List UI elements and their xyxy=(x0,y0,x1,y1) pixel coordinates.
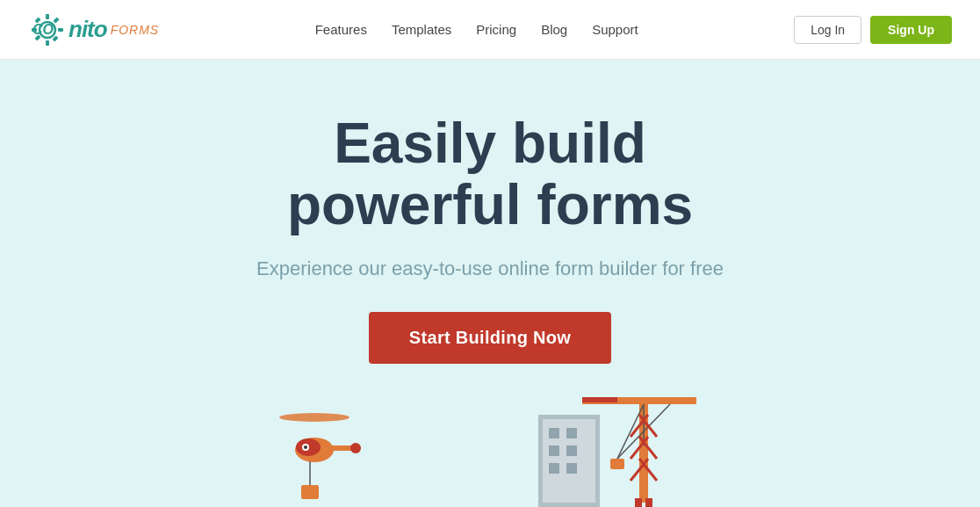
svg-rect-21 xyxy=(543,419,595,503)
hero-title: Easily build powerful forms xyxy=(287,112,693,236)
helicopter-illustration xyxy=(257,402,371,507)
cog-icon: CO xyxy=(28,11,67,49)
svg-line-40 xyxy=(631,437,648,459)
svg-line-39 xyxy=(639,437,657,459)
svg-point-15 xyxy=(350,443,361,453)
crane-illustration xyxy=(512,388,723,507)
signup-button[interactable]: Sign Up xyxy=(870,16,952,44)
svg-line-38 xyxy=(631,415,648,437)
svg-rect-29 xyxy=(582,397,696,404)
logo-brand-name: nito xyxy=(68,16,107,43)
svg-rect-1 xyxy=(46,14,49,19)
svg-point-11 xyxy=(279,413,349,422)
svg-rect-26 xyxy=(549,463,559,474)
svg-point-18 xyxy=(302,444,309,451)
svg-rect-35 xyxy=(635,498,642,507)
svg-rect-22 xyxy=(549,428,559,438)
svg-rect-36 xyxy=(645,498,652,507)
nav-templates[interactable]: Templates xyxy=(392,22,451,37)
svg-line-42 xyxy=(631,459,648,481)
logo[interactable]: CO nito FORMS xyxy=(28,11,159,49)
svg-line-37 xyxy=(639,415,657,437)
login-button[interactable]: Log In xyxy=(794,16,861,44)
svg-rect-20 xyxy=(538,415,600,507)
svg-rect-25 xyxy=(566,445,577,456)
svg-point-19 xyxy=(304,445,307,449)
svg-text:CO: CO xyxy=(32,22,54,37)
svg-rect-4 xyxy=(58,28,63,32)
svg-rect-8 xyxy=(53,17,59,23)
svg-rect-23 xyxy=(566,428,577,438)
svg-line-31 xyxy=(617,404,644,459)
svg-point-13 xyxy=(296,438,321,456)
hero-illustrations xyxy=(0,384,980,507)
svg-rect-14 xyxy=(330,445,357,451)
cta-button[interactable]: Start Building Now xyxy=(369,312,611,364)
navbar: CO nito FORMS Features Templates Pricing… xyxy=(0,0,980,60)
nav-links: Features Templates Pricing Blog Support xyxy=(315,22,638,37)
svg-rect-24 xyxy=(549,445,559,456)
nav-pricing[interactable]: Pricing xyxy=(476,22,516,37)
svg-rect-34 xyxy=(610,459,624,469)
svg-rect-27 xyxy=(566,463,577,474)
svg-rect-2 xyxy=(46,40,49,46)
hero-subtitle: Experience our easy-to-use online form b… xyxy=(256,257,724,280)
svg-line-41 xyxy=(639,459,657,481)
nav-blog[interactable]: Blog xyxy=(541,22,567,37)
svg-point-12 xyxy=(295,438,334,462)
svg-rect-17 xyxy=(301,485,319,499)
svg-rect-30 xyxy=(582,397,617,402)
logo-forms-label: FORMS xyxy=(111,23,160,37)
hero-section: Easily build powerful forms Experience o… xyxy=(0,60,980,507)
nav-actions: Log In Sign Up xyxy=(794,16,952,44)
svg-rect-28 xyxy=(639,397,648,503)
nav-support[interactable]: Support xyxy=(592,22,638,37)
nav-features[interactable]: Features xyxy=(315,22,367,37)
svg-line-32 xyxy=(617,404,670,459)
